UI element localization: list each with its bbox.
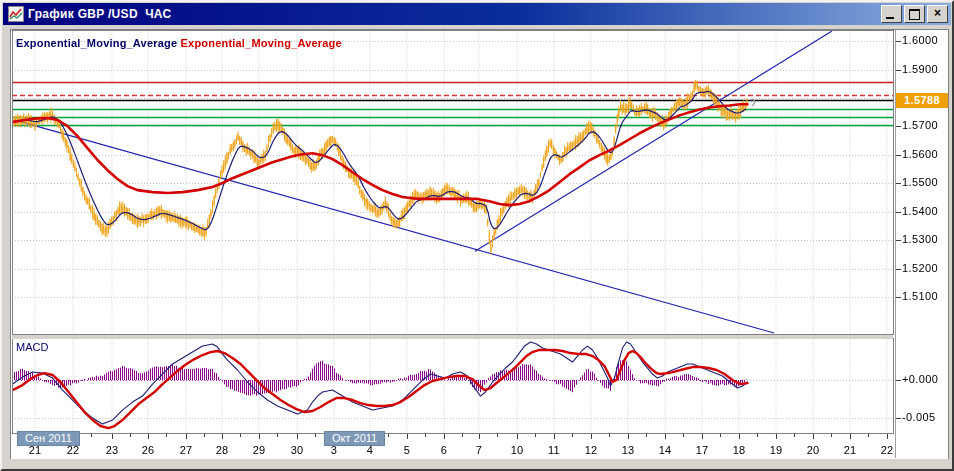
price-scale-label: 1.5900 bbox=[902, 63, 938, 75]
macd-scale-label: +0.000 bbox=[902, 373, 938, 385]
time-scale-day-label: 20 bbox=[807, 444, 820, 456]
legend-ema-slow: Exponential_Moving_Average bbox=[181, 37, 342, 49]
time-scale-day-label: 22 bbox=[881, 444, 894, 456]
time-scale-day-label: 13 bbox=[622, 444, 635, 456]
legend-ema-fast: Exponential_Moving_Average bbox=[16, 37, 177, 49]
time-scale-day-label: 6 bbox=[441, 444, 447, 456]
month-badge: Окт 2011 bbox=[324, 431, 385, 446]
time-scale-day-label: 10 bbox=[511, 444, 524, 456]
current-price-badge: 1.5788 bbox=[896, 93, 948, 108]
price-scale-label: 1.5400 bbox=[902, 205, 938, 217]
time-scale-day-label: 21 bbox=[844, 444, 857, 456]
price-scale-label: 1.6000 bbox=[902, 34, 938, 46]
time-scale-day-label: 18 bbox=[733, 444, 746, 456]
time-scale-day-label: 28 bbox=[216, 444, 229, 456]
price-scale-label: 1.5700 bbox=[902, 119, 938, 131]
time-scale-day-label: 27 bbox=[180, 444, 193, 456]
time-scale-day-label: 23 bbox=[106, 444, 119, 456]
time-scale-day-label: 5 bbox=[404, 444, 410, 456]
price-scale-label: 1.5100 bbox=[902, 290, 938, 302]
price-scale-label: 1.5600 bbox=[902, 148, 938, 160]
month-badge: Сен 2011 bbox=[17, 431, 80, 446]
chart-window: График GBP /USD ЧАС × Exponential_Moving… bbox=[0, 0, 954, 471]
price-scale-label: 1.5500 bbox=[902, 176, 938, 188]
time-scale-day-label: 12 bbox=[585, 444, 598, 456]
time-scale-day-label: 30 bbox=[291, 444, 304, 456]
indicator-legend: Exponential_Moving_Average Exponential_M… bbox=[16, 37, 342, 49]
price-scale-label: 1.5200 bbox=[902, 262, 938, 274]
time-scale-day-label: 19 bbox=[770, 444, 783, 456]
price-scale-label: 1.5300 bbox=[902, 233, 938, 245]
time-scale-day-label: 7 bbox=[476, 444, 482, 456]
time-scale-day-label: 17 bbox=[696, 444, 709, 456]
time-scale-day-label: 26 bbox=[142, 444, 155, 456]
time-scale-day-label: 11 bbox=[548, 444, 560, 456]
chart-plot-canvas[interactable] bbox=[2, 2, 954, 471]
time-scale-day-label: 14 bbox=[659, 444, 672, 456]
macd-panel-label: MACD bbox=[16, 341, 48, 353]
macd-scale-label: -0.005 bbox=[902, 411, 936, 423]
time-scale-day-label: 29 bbox=[253, 444, 266, 456]
